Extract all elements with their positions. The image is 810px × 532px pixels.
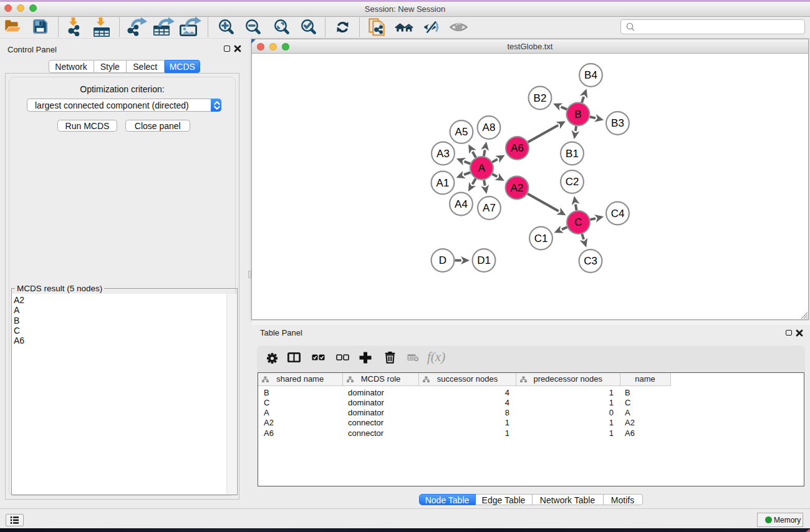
svg-text:C2: C2 — [566, 176, 579, 188]
svg-text:B: B — [574, 109, 581, 120]
svg-text:A1: A1 — [436, 177, 450, 189]
svg-text:D: D — [439, 254, 446, 266]
svg-text:A5: A5 — [455, 126, 468, 138]
svg-text:A: A — [478, 162, 486, 174]
svg-text:C1: C1 — [534, 233, 548, 244]
svg-text:D1: D1 — [477, 254, 491, 266]
svg-text:C3: C3 — [584, 255, 597, 267]
svg-text:A6: A6 — [511, 142, 524, 154]
svg-text:A2: A2 — [511, 182, 524, 194]
svg-text:B4: B4 — [584, 69, 597, 81]
svg-text:C4: C4 — [611, 208, 625, 220]
svg-text:B3: B3 — [611, 117, 624, 129]
svg-text:A3: A3 — [436, 148, 450, 160]
svg-text:C: C — [574, 216, 582, 228]
svg-text:A4: A4 — [455, 198, 468, 210]
svg-text:A7: A7 — [483, 202, 496, 214]
svg-text:B1: B1 — [566, 148, 579, 160]
svg-text:B2: B2 — [534, 92, 547, 104]
svg-text:A8: A8 — [483, 122, 496, 133]
